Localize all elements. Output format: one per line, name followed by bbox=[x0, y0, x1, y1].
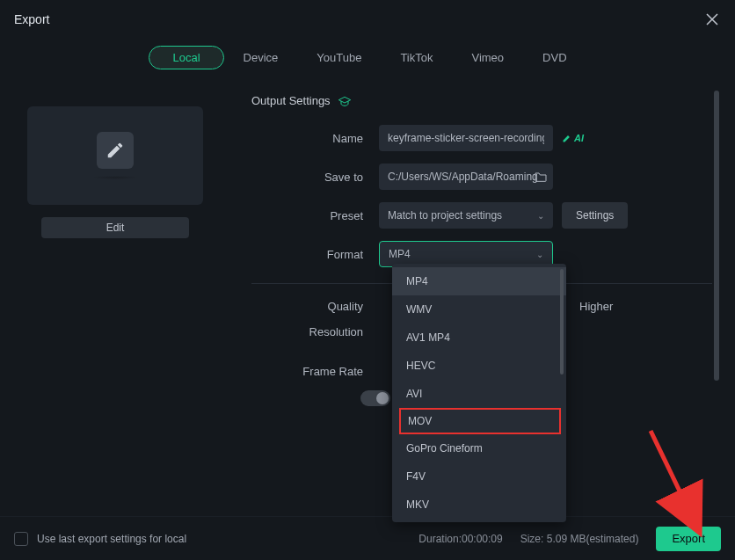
footer-left: Use last export settings for local bbox=[14, 532, 186, 546]
preview-column: Edit bbox=[14, 82, 216, 505]
name-label: Name bbox=[251, 132, 379, 145]
size-info: Size: 5.09 MB(estimated) bbox=[520, 533, 639, 545]
folder-browse-button[interactable] bbox=[534, 171, 548, 183]
format-option-mkv[interactable]: MKV bbox=[392, 491, 566, 519]
footer-right: Duration:00:00:09 Size: 5.09 MB(estimate… bbox=[418, 527, 721, 551]
format-option-hevc[interactable]: HEVC bbox=[392, 352, 566, 380]
preview-thumbnail[interactable] bbox=[27, 106, 203, 205]
content-area: Edit Output Settings Name AI Save to bbox=[0, 82, 735, 516]
scrollbar[interactable] bbox=[714, 91, 721, 381]
format-value: MP4 bbox=[389, 248, 411, 260]
format-option-f4v[interactable]: F4V bbox=[392, 462, 566, 491]
pencil-small-icon bbox=[562, 133, 572, 143]
window-title: Export bbox=[14, 12, 49, 26]
quality-label: Quality bbox=[251, 300, 379, 313]
format-option-wmv[interactable]: WMV bbox=[392, 295, 566, 324]
use-last-settings-label: Use last export settings for local bbox=[37, 533, 186, 545]
tab-dvd[interactable]: DVD bbox=[523, 46, 586, 69]
format-option-gopro[interactable]: GoPro Cineform bbox=[392, 434, 566, 462]
saveto-label: Save to bbox=[251, 171, 379, 184]
format-dropdown: MP4 WMV AV1 MP4 HEVC AVI MOV GoPro Cinef… bbox=[392, 264, 566, 522]
tabs-bar: Local Device YouTube TikTok Vimeo DVD bbox=[0, 39, 735, 82]
tab-device[interactable]: Device bbox=[224, 46, 298, 69]
format-option-mov[interactable]: MOV bbox=[399, 408, 561, 434]
use-last-settings-checkbox[interactable] bbox=[14, 532, 28, 546]
ai-icon[interactable]: AI bbox=[562, 133, 584, 143]
graduation-cap-icon bbox=[338, 95, 352, 107]
tab-vimeo[interactable]: Vimeo bbox=[452, 46, 523, 69]
framerate-label: Frame Rate bbox=[251, 365, 379, 378]
format-option-mp4[interactable]: MP4 bbox=[392, 267, 566, 295]
toggle-switch[interactable] bbox=[360, 390, 390, 406]
chevron-down-icon: ⌄ bbox=[536, 250, 543, 259]
titlebar: Export bbox=[0, 0, 735, 39]
preset-select[interactable]: Match to project settings ⌄ bbox=[379, 202, 553, 229]
preview-shadow bbox=[91, 176, 139, 179]
duration-info: Duration:00:00:09 bbox=[418, 533, 502, 545]
edit-button[interactable]: Edit bbox=[41, 217, 189, 238]
quality-higher-label: Higher bbox=[579, 300, 613, 313]
close-button[interactable] bbox=[703, 11, 721, 28]
close-icon bbox=[706, 13, 718, 25]
tab-local[interactable]: Local bbox=[149, 46, 223, 69]
saveto-input[interactable] bbox=[379, 164, 553, 190]
tab-tiktok[interactable]: TikTok bbox=[381, 46, 452, 69]
name-row: Name AI bbox=[251, 125, 712, 151]
output-settings-heading: Output Settings bbox=[251, 94, 712, 107]
dropdown-scrollbar[interactable] bbox=[560, 269, 564, 375]
output-settings-label: Output Settings bbox=[251, 94, 331, 107]
export-button[interactable]: Export bbox=[656, 527, 721, 551]
format-option-avi[interactable]: AVI bbox=[392, 380, 566, 408]
preset-value: Match to project settings bbox=[388, 209, 502, 222]
name-input[interactable] bbox=[379, 125, 553, 151]
preset-label: Preset bbox=[251, 209, 379, 222]
footer: Use last export settings for local Durat… bbox=[0, 516, 735, 560]
preview-placeholder-icon bbox=[97, 132, 134, 169]
format-label: Format bbox=[251, 248, 379, 261]
preset-settings-button[interactable]: Settings bbox=[562, 202, 628, 229]
pencil-icon bbox=[106, 141, 125, 160]
chevron-down-icon: ⌄ bbox=[537, 211, 544, 221]
folder-icon bbox=[534, 171, 548, 183]
saveto-row: Save to bbox=[251, 164, 712, 190]
export-window: Export Local Device YouTube TikTok Vimeo… bbox=[0, 0, 735, 560]
preset-row: Preset Match to project settings ⌄ Setti… bbox=[251, 202, 712, 229]
tab-youtube[interactable]: YouTube bbox=[297, 46, 381, 69]
format-option-av1mp4[interactable]: AV1 MP4 bbox=[392, 324, 566, 352]
resolution-label: Resolution bbox=[251, 325, 379, 338]
